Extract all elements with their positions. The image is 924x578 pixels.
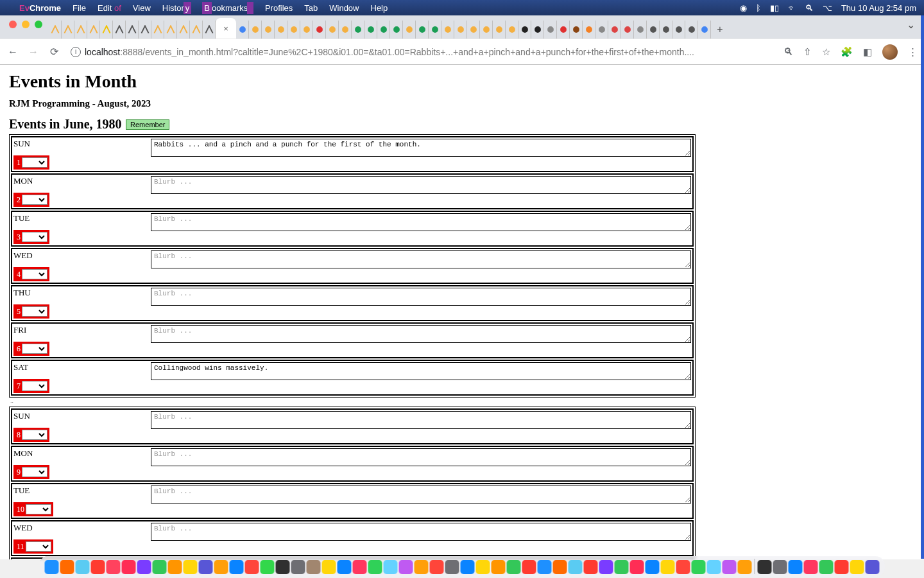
background-tab[interactable] xyxy=(403,21,416,39)
day-time-select[interactable] xyxy=(22,306,47,317)
background-tab[interactable] xyxy=(151,21,164,39)
background-tab[interactable] xyxy=(339,21,352,39)
day-blurb-textarea[interactable] xyxy=(151,325,691,343)
close-window-icon[interactable] xyxy=(9,21,17,28)
menu-history[interactable]: History xyxy=(162,3,191,13)
background-tab[interactable] xyxy=(203,21,216,39)
background-tab[interactable] xyxy=(595,21,608,39)
background-tab[interactable] xyxy=(672,21,685,39)
clock[interactable]: Thu 10 Aug 2:54 pm xyxy=(841,3,916,13)
background-tab[interactable] xyxy=(647,21,660,39)
day-blurb-textarea[interactable] xyxy=(151,411,691,429)
background-tab[interactable] xyxy=(377,21,390,39)
new-tab-button[interactable]: + xyxy=(711,21,729,39)
background-tab[interactable] xyxy=(685,21,698,39)
menu-app[interactable]: EvChrome xyxy=(19,3,61,13)
day-time-select[interactable] xyxy=(26,504,51,514)
day-blurb-textarea[interactable] xyxy=(151,250,691,268)
bookmark-star-icon[interactable]: ☆ xyxy=(822,46,830,58)
bluetooth-icon[interactable]: ᛒ xyxy=(756,3,761,13)
control-center-icon[interactable]: ⌥ xyxy=(823,3,832,13)
background-tab[interactable] xyxy=(634,21,647,39)
background-tab[interactable] xyxy=(139,21,151,39)
background-tab[interactable] xyxy=(177,21,190,39)
background-tab[interactable] xyxy=(583,21,595,39)
background-tab[interactable] xyxy=(190,21,203,39)
background-tab[interactable] xyxy=(608,21,621,39)
background-tab[interactable] xyxy=(467,21,480,39)
menu-bookmarks[interactable]: Bookmarks xyxy=(203,3,253,13)
background-tab[interactable] xyxy=(660,21,672,39)
background-tab[interactable] xyxy=(313,21,326,39)
menu-file[interactable]: File xyxy=(73,3,86,13)
background-tab[interactable] xyxy=(570,21,583,39)
maximize-window-icon[interactable] xyxy=(35,21,42,28)
day-time-select[interactable] xyxy=(22,195,47,205)
background-tab[interactable] xyxy=(326,21,339,39)
background-tab[interactable] xyxy=(164,21,177,39)
day-time-select[interactable] xyxy=(26,541,51,552)
day-time-select[interactable] xyxy=(22,344,47,354)
day-time-select[interactable] xyxy=(22,269,47,279)
background-tab[interactable] xyxy=(87,21,100,39)
kebab-menu-icon[interactable]: ⋮ xyxy=(908,46,918,58)
background-tab[interactable] xyxy=(557,21,570,39)
background-tab[interactable] xyxy=(74,21,87,39)
background-tab[interactable] xyxy=(441,21,454,39)
reload-button[interactable]: ⟳ xyxy=(47,46,60,58)
day-time-select[interactable] xyxy=(22,430,47,440)
background-tab[interactable] xyxy=(454,21,467,39)
minimize-window-icon[interactable] xyxy=(22,21,30,28)
background-tab[interactable] xyxy=(531,21,544,39)
background-tab[interactable] xyxy=(429,21,441,39)
menu-edit[interactable]: Edit of xyxy=(98,3,121,13)
background-tab[interactable] xyxy=(390,21,403,39)
background-tab[interactable] xyxy=(262,21,275,39)
day-blurb-textarea[interactable] xyxy=(151,486,691,504)
sidepanel-icon[interactable]: ◧ xyxy=(863,46,872,58)
background-tab[interactable] xyxy=(518,21,531,39)
active-tab[interactable]: × xyxy=(216,18,236,39)
background-tab[interactable] xyxy=(352,21,364,39)
site-info-icon[interactable]: i xyxy=(71,47,81,57)
background-tab[interactable] xyxy=(300,21,313,39)
day-blurb-textarea[interactable] xyxy=(151,362,691,380)
battery-icon[interactable]: ▮▯ xyxy=(770,3,779,13)
background-tab[interactable] xyxy=(126,21,139,39)
background-tab[interactable] xyxy=(287,21,300,39)
day-blurb-textarea[interactable] xyxy=(151,288,691,306)
menu-tab[interactable]: Tab xyxy=(304,3,318,13)
back-button[interactable]: ← xyxy=(6,46,19,58)
day-time-select[interactable] xyxy=(22,467,47,477)
wifi-icon[interactable]: ᯤ xyxy=(788,3,796,13)
menu-profiles[interactable]: Profiles xyxy=(265,3,293,13)
record-icon[interactable]: ◉ xyxy=(740,3,747,13)
day-time-select[interactable] xyxy=(22,157,47,168)
background-tab[interactable] xyxy=(113,21,126,39)
zoom-icon[interactable]: 🔍︎ xyxy=(783,46,793,57)
background-tab[interactable] xyxy=(621,21,634,39)
spotlight-search-icon[interactable]: 🔍︎ xyxy=(805,3,814,13)
background-tab[interactable] xyxy=(544,21,557,39)
day-time-select[interactable] xyxy=(22,381,47,391)
menu-view[interactable]: View xyxy=(133,3,151,13)
background-tab[interactable] xyxy=(364,21,377,39)
extensions-icon[interactable]: 🧩 xyxy=(841,46,853,58)
background-tab[interactable] xyxy=(249,21,262,39)
background-tab[interactable] xyxy=(275,21,287,39)
background-tab[interactable] xyxy=(236,21,249,39)
menu-help[interactable]: Help xyxy=(371,3,388,13)
background-tab[interactable] xyxy=(62,21,74,39)
profile-avatar[interactable] xyxy=(882,44,898,60)
menu-window[interactable]: Window xyxy=(329,3,359,13)
background-tab[interactable] xyxy=(493,21,506,39)
background-tab[interactable] xyxy=(100,21,113,39)
day-blurb-textarea[interactable] xyxy=(151,523,691,541)
day-blurb-textarea[interactable] xyxy=(151,213,691,231)
remember-button[interactable]: Remember xyxy=(126,119,169,130)
day-blurb-textarea[interactable] xyxy=(151,139,691,157)
background-tab[interactable] xyxy=(506,21,518,39)
url-field[interactable]: i localhost:8888/events_in_month.html?ca… xyxy=(68,47,776,57)
day-blurb-textarea[interactable] xyxy=(151,448,691,466)
background-tab[interactable] xyxy=(698,21,711,39)
